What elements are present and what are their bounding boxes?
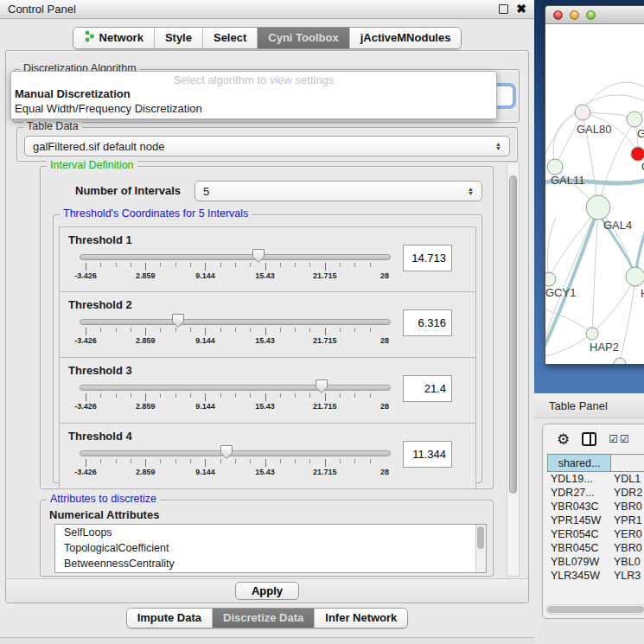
network-node-hap2[interactable] xyxy=(586,328,598,340)
tick-label: 2.859 xyxy=(136,336,156,345)
tab-label: Infer Network xyxy=(325,611,397,624)
network-window-titlebar xyxy=(545,6,644,24)
cell-name: YPR1 xyxy=(611,513,644,527)
cell-shared-name: YIL052C xyxy=(547,583,611,585)
network-node-gal80[interactable] xyxy=(575,105,590,120)
tick-label: 21.715 xyxy=(313,271,337,280)
network-edge xyxy=(592,277,635,334)
slider-thumb[interactable] xyxy=(171,313,185,332)
tick-label: 21.715 xyxy=(313,468,337,476)
network-canvas[interactable]: GAL80GACGAL11GAL4GCY1HHAP2 xyxy=(545,24,644,365)
network-node-h[interactable] xyxy=(626,267,644,286)
tick-label: 28 xyxy=(380,468,389,476)
table-row[interactable]: YPR145WYPR1 xyxy=(547,513,644,527)
table-data-combobox[interactable]: galFiltered.sif default node ▲▼ xyxy=(24,136,510,156)
tab-select[interactable]: Select xyxy=(202,28,257,48)
algorithm-popup-hint: Select algorithm to view settings xyxy=(11,72,496,86)
close-traffic-light-icon[interactable] xyxy=(553,10,563,20)
settings-scrollbar-thumb[interactable] xyxy=(509,175,517,494)
threshold-label: Threshold 4 xyxy=(68,430,132,443)
table-panel: ⚙ ☑☑ shared... na YDL19...YDL1YDR27...YD… xyxy=(534,418,644,644)
split-columns-icon[interactable] xyxy=(582,432,596,446)
threshold-value-field[interactable] xyxy=(403,309,452,336)
float-icon[interactable] xyxy=(499,4,508,14)
tab-infer-network[interactable]: Infer Network xyxy=(314,609,407,628)
tab-discretize-data[interactable]: Discretize Data xyxy=(212,609,314,628)
table-panel-header: Table Panel xyxy=(534,393,644,418)
checkbox-icons[interactable]: ☑☑ xyxy=(609,433,631,445)
column-header-name[interactable]: na xyxy=(611,454,644,472)
zoom-traffic-light-icon[interactable] xyxy=(586,10,596,20)
tab-network[interactable]: Network xyxy=(73,28,154,48)
list-item[interactable]: TopologicalCoefficient xyxy=(55,540,486,556)
menu-item-equal-width-frequency-discretization[interactable]: Equal Width/Frequency Discretization xyxy=(11,101,496,116)
network-node-ga[interactable] xyxy=(627,112,642,127)
table-hscrollbar-thumb[interactable] xyxy=(547,606,644,613)
slider-track[interactable] xyxy=(80,385,391,391)
stepper-arrows-icon: ▲▼ xyxy=(462,187,474,196)
tab-impute-data[interactable]: Impute Data xyxy=(127,609,212,628)
network-node-gal4[interactable] xyxy=(586,195,610,220)
network-node-c[interactable] xyxy=(631,147,644,161)
tab-label: Network xyxy=(99,31,143,44)
close-icon[interactable]: ✖ xyxy=(516,4,526,14)
list-item[interactable]: SelfLoops xyxy=(55,525,486,540)
slider-track[interactable] xyxy=(80,319,391,325)
node-label: GAL80 xyxy=(577,123,611,136)
settings-scrollbar[interactable] xyxy=(507,162,520,577)
slider-track[interactable] xyxy=(80,450,391,456)
slider-thumb[interactable] xyxy=(315,379,328,398)
threshold-label: Threshold 1 xyxy=(68,233,132,246)
cell-shared-name: YBL079W xyxy=(547,555,611,569)
tick-label: 9.144 xyxy=(195,271,215,280)
network-icon xyxy=(84,30,95,45)
minimize-traffic-light-icon[interactable] xyxy=(570,10,579,20)
tick-label: 21.715 xyxy=(313,402,337,411)
network-node[interactable] xyxy=(614,358,626,365)
tab-style[interactable]: Style xyxy=(154,28,202,48)
tab-label: Discretize Data xyxy=(223,611,303,624)
network-node-gcy1[interactable] xyxy=(545,272,556,286)
network-edge xyxy=(548,218,556,279)
table-row[interactable]: YER054CYER0 xyxy=(547,527,644,541)
node-label: GCY1 xyxy=(545,286,576,299)
slider-track[interactable] xyxy=(80,254,391,260)
cell-name: YBR0 xyxy=(611,541,644,555)
threshold-value-field[interactable] xyxy=(403,441,452,468)
tab-cyni-toolbox[interactable]: Cyni Toolbox xyxy=(257,28,348,48)
table-hscrollbar[interactable] xyxy=(545,604,644,615)
table-row[interactable]: YBR045CYBR0 xyxy=(547,541,644,555)
table-row[interactable]: YLR345WYLR3 xyxy=(547,569,644,583)
column-header-shared[interactable]: shared... xyxy=(547,454,611,472)
tick-label: 15.43 xyxy=(255,336,275,345)
network-edge xyxy=(555,112,583,167)
number-of-intervals-combobox[interactable]: 5 ▲▼ xyxy=(194,181,482,201)
threshold-value-field[interactable] xyxy=(403,375,452,402)
tick-label: 9.144 xyxy=(195,336,215,345)
tab-jactivemnodules[interactable]: jActiveMNodules xyxy=(349,28,462,48)
network-node-gal11[interactable] xyxy=(547,159,563,175)
table-row[interactable]: YBR043CYBR0 xyxy=(547,500,644,513)
table-toolbar: ⚙ ☑☑ xyxy=(543,424,644,454)
tab-label: Select xyxy=(214,31,246,44)
apply-button[interactable]: Apply xyxy=(235,582,299,600)
attributes-group: Attributes to discretize Numerical Attri… xyxy=(40,500,494,577)
gear-icon[interactable]: ⚙ xyxy=(557,432,570,447)
table-row[interactable]: YIL052CYIL0 xyxy=(547,583,644,585)
table-panel-title: Table Panel xyxy=(549,399,608,412)
menu-item-manual-discretization[interactable]: Manual Discretization xyxy=(11,86,496,101)
tick-label: 28 xyxy=(380,336,389,345)
slider-thumb[interactable] xyxy=(220,444,233,463)
attributes-legend: Attributes to discretize xyxy=(47,493,160,505)
list-scrollbar[interactable] xyxy=(475,525,486,572)
table-row[interactable]: YDL19...YDL1 xyxy=(547,472,644,486)
interval-definition-legend: Interval Definition xyxy=(47,159,137,171)
threshold-value-field[interactable] xyxy=(403,245,452,271)
thresholds-legend: Threshold's Coordinates for 5 Intervals xyxy=(60,207,252,220)
table-row[interactable]: YBL079WYBL0 xyxy=(547,555,644,569)
node-label: HAP2 xyxy=(590,341,619,354)
list-item[interactable]: BetweennessCentrality xyxy=(55,556,486,571)
slider-ticks xyxy=(86,459,385,467)
table-row[interactable]: YDR27...YDR2 xyxy=(547,486,644,500)
slider-thumb[interactable] xyxy=(252,248,265,267)
